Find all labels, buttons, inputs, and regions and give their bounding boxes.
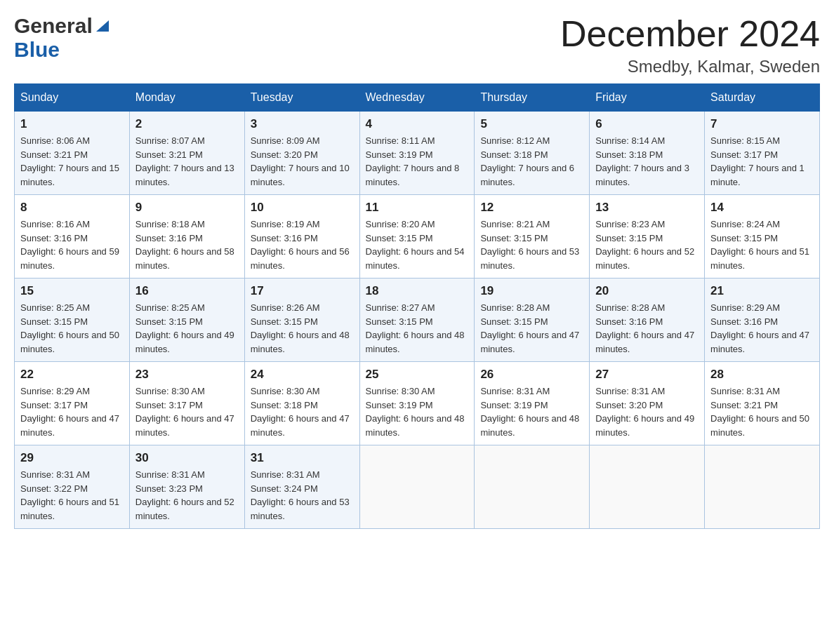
logo-blue-text: Blue	[14, 38, 60, 61]
day-info: Sunrise: 8:31 AMSunset: 3:24 PMDaylight:…	[251, 468, 354, 523]
daylight-info: Daylight: 6 hours and 47 minutes.	[135, 412, 239, 439]
calendar-day-18: 18Sunrise: 8:27 AMSunset: 3:15 PMDayligh…	[359, 279, 475, 362]
sunset-info: Sunset: 3:16 PM	[135, 232, 239, 246]
daylight-info: Daylight: 7 hours and 15 minutes.	[20, 161, 124, 189]
sunset-info: Sunset: 3:16 PM	[20, 232, 124, 246]
sunset-info: Sunset: 3:19 PM	[480, 398, 583, 412]
day-info: Sunrise: 8:25 AMSunset: 3:15 PMDaylight:…	[135, 301, 239, 356]
day-info: Sunrise: 8:29 AMSunset: 3:16 PMDaylight:…	[710, 301, 814, 356]
daylight-info: Daylight: 7 hours and 13 minutes.	[135, 161, 239, 189]
sunset-info: Sunset: 3:15 PM	[710, 232, 814, 246]
sunset-info: Sunset: 3:22 PM	[20, 482, 124, 496]
calendar-day-30: 30Sunrise: 8:31 AMSunset: 3:23 PMDayligh…	[129, 445, 244, 529]
day-info: Sunrise: 8:12 AMSunset: 3:18 PMDaylight:…	[480, 134, 583, 189]
calendar-empty-cell	[475, 445, 590, 529]
sunrise-info: Sunrise: 8:27 AM	[366, 301, 469, 315]
daylight-info: Daylight: 7 hours and 6 minutes.	[480, 161, 583, 189]
sunrise-info: Sunrise: 8:26 AM	[251, 301, 354, 315]
daylight-info: Daylight: 7 hours and 8 minutes.	[366, 161, 469, 189]
calendar-day-20: 20Sunrise: 8:28 AMSunset: 3:16 PMDayligh…	[590, 279, 705, 362]
day-number: 14	[710, 201, 814, 215]
sunset-info: Sunset: 3:21 PM	[710, 398, 814, 412]
day-info: Sunrise: 8:16 AMSunset: 3:16 PMDaylight:…	[20, 217, 124, 272]
daylight-info: Daylight: 6 hours and 51 minutes.	[20, 495, 124, 523]
daylight-info: Daylight: 6 hours and 52 minutes.	[135, 495, 239, 523]
sunrise-info: Sunrise: 8:28 AM	[480, 301, 583, 315]
day-number: 11	[366, 201, 469, 215]
sunset-info: Sunset: 3:15 PM	[480, 232, 583, 246]
day-number: 30	[135, 451, 239, 465]
daylight-info: Daylight: 6 hours and 47 minutes.	[480, 328, 583, 356]
sunrise-info: Sunrise: 8:06 AM	[20, 134, 124, 148]
day-info: Sunrise: 8:21 AMSunset: 3:15 PMDaylight:…	[480, 217, 583, 272]
page-header: General Blue December 2024 Smedby, Kalma…	[14, 14, 820, 76]
day-number: 3	[251, 117, 354, 131]
daylight-info: Daylight: 6 hours and 48 minutes.	[251, 328, 354, 356]
sunset-info: Sunset: 3:17 PM	[20, 398, 124, 412]
calendar-day-22: 22Sunrise: 8:29 AMSunset: 3:17 PMDayligh…	[15, 362, 130, 445]
calendar-empty-cell	[359, 445, 475, 529]
calendar-empty-cell	[590, 445, 705, 529]
calendar-day-3: 3Sunrise: 8:09 AMSunset: 3:20 PMDaylight…	[244, 112, 359, 195]
sunset-info: Sunset: 3:15 PM	[20, 315, 124, 329]
day-info: Sunrise: 8:09 AMSunset: 3:20 PMDaylight:…	[251, 134, 354, 189]
day-number: 18	[366, 284, 469, 298]
day-info: Sunrise: 8:18 AMSunset: 3:16 PMDaylight:…	[135, 217, 239, 272]
day-info: Sunrise: 8:31 AMSunset: 3:19 PMDaylight:…	[480, 384, 583, 439]
daylight-info: Daylight: 6 hours and 47 minutes.	[251, 412, 354, 439]
calendar-day-11: 11Sunrise: 8:20 AMSunset: 3:15 PMDayligh…	[359, 195, 475, 279]
day-number: 31	[251, 451, 354, 465]
day-info: Sunrise: 8:25 AMSunset: 3:15 PMDaylight:…	[20, 301, 124, 356]
daylight-info: Daylight: 6 hours and 50 minutes.	[20, 328, 124, 356]
calendar-day-29: 29Sunrise: 8:31 AMSunset: 3:22 PMDayligh…	[15, 445, 130, 529]
day-number: 29	[20, 451, 124, 465]
sunrise-info: Sunrise: 8:31 AM	[710, 384, 814, 398]
sunrise-info: Sunrise: 8:12 AM	[480, 134, 583, 148]
sunrise-info: Sunrise: 8:21 AM	[480, 217, 583, 232]
sunrise-info: Sunrise: 8:25 AM	[135, 301, 239, 315]
day-number: 17	[251, 284, 354, 298]
day-info: Sunrise: 8:11 AMSunset: 3:19 PMDaylight:…	[366, 134, 469, 189]
sunset-info: Sunset: 3:15 PM	[480, 315, 583, 329]
day-info: Sunrise: 8:31 AMSunset: 3:21 PMDaylight:…	[710, 384, 814, 439]
day-number: 22	[20, 368, 124, 382]
sunset-info: Sunset: 3:24 PM	[251, 482, 354, 496]
calendar-day-23: 23Sunrise: 8:30 AMSunset: 3:17 PMDayligh…	[129, 362, 244, 445]
calendar-day-5: 5Sunrise: 8:12 AMSunset: 3:18 PMDaylight…	[475, 112, 590, 195]
daylight-info: Daylight: 6 hours and 49 minutes.	[135, 328, 239, 356]
day-number: 5	[480, 117, 583, 131]
daylight-info: Daylight: 6 hours and 56 minutes.	[251, 245, 354, 272]
sunrise-info: Sunrise: 8:31 AM	[480, 384, 583, 398]
calendar-day-12: 12Sunrise: 8:21 AMSunset: 3:15 PMDayligh…	[475, 195, 590, 279]
calendar-day-21: 21Sunrise: 8:29 AMSunset: 3:16 PMDayligh…	[705, 279, 820, 362]
sunrise-info: Sunrise: 8:31 AM	[135, 468, 239, 482]
sunset-info: Sunset: 3:20 PM	[595, 398, 699, 412]
daylight-info: Daylight: 6 hours and 49 minutes.	[595, 412, 699, 439]
day-info: Sunrise: 8:15 AMSunset: 3:17 PMDaylight:…	[710, 134, 814, 189]
day-number: 24	[251, 368, 354, 382]
sunset-info: Sunset: 3:18 PM	[595, 148, 699, 162]
day-number: 9	[135, 201, 239, 215]
day-info: Sunrise: 8:28 AMSunset: 3:15 PMDaylight:…	[480, 301, 583, 356]
day-info: Sunrise: 8:31 AMSunset: 3:20 PMDaylight:…	[595, 384, 699, 439]
calendar-day-28: 28Sunrise: 8:31 AMSunset: 3:21 PMDayligh…	[705, 362, 820, 445]
sunrise-info: Sunrise: 8:16 AM	[20, 217, 124, 232]
calendar-table: SundayMondayTuesdayWednesdayThursdayFrid…	[14, 83, 820, 529]
calendar-day-6: 6Sunrise: 8:14 AMSunset: 3:18 PMDaylight…	[590, 112, 705, 195]
calendar-week-row: 22Sunrise: 8:29 AMSunset: 3:17 PMDayligh…	[15, 362, 820, 445]
day-info: Sunrise: 8:31 AMSunset: 3:23 PMDaylight:…	[135, 468, 239, 523]
daylight-info: Daylight: 6 hours and 53 minutes.	[251, 495, 354, 523]
sunrise-info: Sunrise: 8:29 AM	[710, 301, 814, 315]
day-number: 8	[20, 201, 124, 215]
weekday-header-wednesday: Wednesday	[359, 84, 475, 112]
sunrise-info: Sunrise: 8:30 AM	[135, 384, 239, 398]
sunrise-info: Sunrise: 8:15 AM	[710, 134, 814, 148]
calendar-day-27: 27Sunrise: 8:31 AMSunset: 3:20 PMDayligh…	[590, 362, 705, 445]
day-info: Sunrise: 8:20 AMSunset: 3:15 PMDaylight:…	[366, 217, 469, 272]
day-info: Sunrise: 8:30 AMSunset: 3:19 PMDaylight:…	[366, 384, 469, 439]
day-info: Sunrise: 8:30 AMSunset: 3:17 PMDaylight:…	[135, 384, 239, 439]
day-number: 7	[710, 117, 814, 131]
sunset-info: Sunset: 3:18 PM	[251, 398, 354, 412]
calendar-day-9: 9Sunrise: 8:18 AMSunset: 3:16 PMDaylight…	[129, 195, 244, 279]
day-info: Sunrise: 8:29 AMSunset: 3:17 PMDaylight:…	[20, 384, 124, 439]
